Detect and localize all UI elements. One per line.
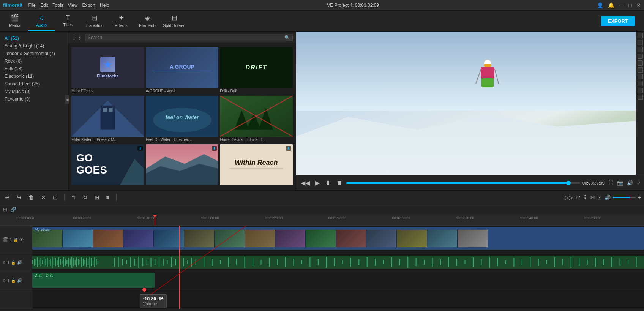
menu-help[interactable]: Help	[100, 3, 109, 8]
snap-button[interactable]: ⊡	[597, 194, 602, 200]
horizontal-scrollbar[interactable]	[0, 309, 644, 311]
crop-button[interactable]: ⊡	[51, 193, 60, 202]
link-icon[interactable]: 🔗	[10, 207, 16, 212]
audio-lock-icon[interactable]: 🔒	[11, 260, 16, 265]
checkbox-8[interactable]	[638, 81, 643, 86]
media-item-a-group[interactable]: A GROUP A-GROUP - Verve	[146, 47, 219, 94]
checkbox-1[interactable]	[638, 33, 643, 38]
checkbox-9[interactable]	[638, 88, 643, 93]
export-button[interactable]: EXPORT	[601, 16, 635, 26]
svg-rect-41	[55, 258, 56, 266]
sidebar-item-rock[interactable]: Rock (6)	[0, 57, 68, 65]
mic-button[interactable]: 🎙	[583, 194, 588, 200]
media-item-eldar[interactable]: Eldar Kedem - Present M...	[71, 96, 144, 143]
search-input[interactable]	[88, 35, 283, 40]
a-group-label: A-GROUP - Verve	[146, 89, 219, 93]
sidebar-item-mymusic[interactable]: My Music (0)	[0, 88, 68, 95]
audio2-speaker-icon[interactable]: 🔊	[17, 278, 22, 283]
speaker-btn[interactable]: 🔊	[604, 194, 611, 200]
grid-view-icon[interactable]: ⋮⋮	[71, 35, 82, 41]
menu-export[interactable]: Export	[82, 3, 95, 8]
checkbox-10[interactable]	[638, 95, 643, 100]
menu-bar[interactable]: File Edit Tools View Export Help	[28, 3, 109, 8]
scissors-button[interactable]: ✄	[590, 194, 595, 200]
media-item-drift[interactable]: DRIFT Drift - Drift	[220, 47, 293, 94]
download-badge-6[interactable]: ⬇	[212, 146, 217, 151]
sidebar-item-young[interactable]: Young & Bright (14)	[0, 42, 68, 50]
tab-titles[interactable]: T Titles	[55, 11, 81, 31]
search-icon[interactable]: 🔍	[284, 35, 290, 40]
svg-rect-56	[80, 260, 80, 264]
checkbox-4[interactable]	[638, 54, 643, 59]
shield-button[interactable]: 🛡	[575, 194, 581, 200]
tab-effects[interactable]: ✦ Effects	[108, 11, 134, 31]
minimize-button[interactable]: —	[619, 2, 624, 8]
tab-audio[interactable]: ♫ Audio	[28, 11, 55, 31]
progress-bar[interactable]	[346, 182, 580, 184]
add-track-icon[interactable]: ⊞	[3, 207, 7, 212]
speaker-icon[interactable]: 🔊	[627, 180, 633, 186]
stop-button[interactable]: ⏹	[335, 179, 344, 187]
tab-splitscreen[interactable]: ⊟ Split Screen	[161, 11, 188, 31]
fullscreen-icon[interactable]: ⛶	[608, 180, 613, 186]
pause-button[interactable]: ⏸	[324, 179, 333, 187]
cut-button[interactable]: ✕	[39, 193, 48, 202]
media-item-5[interactable]: GO GOES ⬇	[71, 144, 144, 187]
close-button[interactable]: ✕	[636, 2, 641, 8]
redo-button[interactable]: ↪	[15, 193, 24, 202]
video-lock-icon[interactable]: 🔒	[13, 238, 18, 242]
checkbox-7[interactable]	[638, 74, 643, 79]
menu-tools[interactable]: Tools	[53, 3, 63, 8]
audio2-lock-icon[interactable]: 🔒	[11, 278, 16, 283]
maximize-button[interactable]: □	[629, 2, 632, 8]
menu-file[interactable]: File	[28, 3, 36, 8]
sidebar-item-all[interactable]: All (51)	[0, 35, 68, 42]
sidebar-item-electronic[interactable]: Electronic (11)	[0, 73, 68, 80]
audio-speaker-icon[interactable]: 🔊	[17, 260, 22, 265]
audio-strip[interactable]: // Generate waveform bars inline	[32, 256, 644, 269]
volume-point-marker[interactable]	[142, 288, 146, 292]
checkbox-6[interactable]	[638, 67, 643, 73]
video-eye-icon[interactable]: 👁	[19, 237, 24, 242]
volume-more-button[interactable]: +	[638, 194, 641, 200]
volume-slider[interactable]	[613, 197, 636, 198]
play-button[interactable]: ▶	[314, 178, 321, 187]
tab-elements[interactable]: ◈ Elements	[134, 11, 161, 31]
expand-icon[interactable]: ⤢	[637, 180, 641, 186]
tab-transition[interactable]: ⊞ Transition	[81, 11, 108, 31]
delete-button[interactable]: 🗑	[27, 193, 36, 202]
video-strip[interactable]: My Video	[32, 227, 644, 250]
checkbox-5[interactable]	[638, 60, 643, 66]
undo-button[interactable]: ↩	[3, 193, 12, 202]
menu-edit[interactable]: Edit	[40, 3, 48, 8]
svg-rect-85	[183, 258, 184, 266]
media-item-6[interactable]: ⬇	[146, 144, 219, 187]
media-item-garret[interactable]: Garret Bevins - Infinite - I...	[220, 96, 293, 143]
menu-view[interactable]: View	[68, 3, 78, 8]
sidebar-item-soundeffect[interactable]: Sound Effect (25)	[0, 80, 68, 88]
sidebar-item-favourite[interactable]: Favourite (0)	[0, 95, 68, 103]
media-item-within[interactable]: Within Reach ⬇	[220, 144, 293, 187]
waveform-svg: // Generate waveform bars inline	[32, 256, 644, 269]
sidebar-item-folk[interactable]: Folk (13)	[0, 65, 68, 73]
tab-media[interactable]: 🎬 Media	[2, 11, 28, 31]
progress-thumb[interactable]	[566, 181, 571, 185]
rewind-button[interactable]: ◀◀	[299, 178, 311, 187]
media-item-feet[interactable]: feel on Water Feet On Water - Unexpec...	[146, 96, 219, 143]
split-button[interactable]: ⊞	[93, 193, 101, 202]
download-badge-5[interactable]: ⬇	[137, 146, 143, 151]
notifications-icon[interactable]: 🔔	[608, 2, 614, 8]
screenshot-icon[interactable]: 📷	[617, 180, 623, 186]
playback-button[interactable]: ▷▷	[565, 194, 573, 200]
checkbox-2[interactable]	[638, 40, 643, 45]
audio-strip-drift[interactable]: Drift – Drift	[32, 273, 155, 288]
sidebar-collapse-button[interactable]: ◀	[65, 95, 69, 104]
sidebar-item-tender[interactable]: Tender & Sentimental (7)	[0, 50, 68, 57]
rotate-left-button[interactable]: ↰	[69, 193, 78, 202]
checkbox-3[interactable]	[638, 47, 643, 52]
media-item-filmstocks[interactable]: Filmstocks More Effects	[71, 47, 144, 94]
user-icon[interactable]: 👤	[597, 2, 603, 8]
trim-button[interactable]: ≡	[104, 193, 112, 202]
rotate-right-button[interactable]: ↻	[81, 193, 90, 202]
download-badge-within[interactable]: ⬇	[286, 146, 291, 151]
